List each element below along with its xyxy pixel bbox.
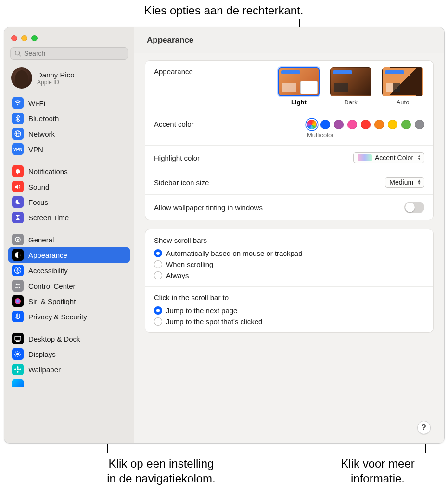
appearance-option-label: Auto <box>397 99 410 106</box>
sidebar-item-label: Wi-Fi <box>28 99 45 107</box>
svg-point-28 <box>17 368 19 370</box>
scrollbars-option-label: Always <box>166 271 189 279</box>
svg-point-8 <box>17 239 19 241</box>
accent-swatch-2[interactable] <box>334 120 344 129</box>
appearance-option-label: Dark <box>344 99 357 106</box>
radio-icon <box>154 249 162 257</box>
iconsize-popup[interactable]: Medium ▲▼ <box>385 177 424 188</box>
appearance-thumb-dark <box>330 67 371 96</box>
callout-bottom-left: Klik op een instelling in de navigatieko… <box>94 456 229 486</box>
sidebar-item-label: Desktop & Dock <box>28 335 80 343</box>
svg-point-2 <box>17 104 19 106</box>
svg-line-26 <box>15 356 16 357</box>
apple-id-row[interactable]: Danny Rico Apple ID <box>4 64 134 95</box>
sidebar-item-appearance[interactable]: Appearance <box>8 247 130 263</box>
svg-line-24 <box>15 352 16 353</box>
accent-swatch-7[interactable] <box>401 120 411 129</box>
tinting-toggle[interactable] <box>404 202 424 213</box>
svg-line-25 <box>20 356 21 357</box>
bluetooth-icon <box>12 113 24 124</box>
accent-swatches <box>307 120 424 129</box>
sidebar-item-notifications[interactable]: Notifications <box>8 164 130 179</box>
svg-line-1 <box>19 55 21 57</box>
highlight-label: Highlight color <box>154 154 200 162</box>
appearance-option-light[interactable]: Light <box>277 67 320 106</box>
sidebar-item-label: Bluetooth <box>28 114 59 123</box>
clickscroll-option-label: Jump to the next page <box>166 306 237 315</box>
appearance-mode-row: Appearance LightDarkAuto <box>145 61 433 113</box>
close-icon[interactable] <box>11 35 17 41</box>
accent-swatch-6[interactable] <box>388 120 397 129</box>
accent-row: Accent color Multicolor <box>145 113 433 146</box>
moon-icon <box>12 196 24 208</box>
sidebar-item-wallpaper[interactable]: Wallpaper <box>8 362 130 377</box>
accent-swatch-0[interactable] <box>307 120 317 129</box>
scrollbars-option-0[interactable]: Automatically based on mouse or trackpad <box>154 249 424 257</box>
svg-rect-17 <box>15 336 21 340</box>
gear-icon <box>12 234 24 245</box>
appearance-thumb-auto <box>382 67 423 96</box>
window-controls <box>4 31 134 46</box>
accent-label: Accent color <box>154 120 194 128</box>
sidebar-item-wi-fi[interactable]: Wi-Fi <box>8 95 130 111</box>
zoom-icon[interactable] <box>31 35 38 41</box>
accent-swatch-8[interactable] <box>415 120 424 129</box>
sidebar-item-label: Accessibility <box>28 267 68 275</box>
appearance-option-auto[interactable]: Auto <box>381 67 424 106</box>
bell-icon <box>12 165 24 177</box>
sidebar-item-desktop-dock[interactable]: Desktop & Dock <box>8 331 130 346</box>
highlight-row: Highlight color Accent Color ▲▼ <box>145 146 433 170</box>
highlight-popup[interactable]: Accent Color ▲▼ <box>353 152 424 163</box>
vpn-icon: VPN <box>12 143 24 155</box>
accent-swatch-4[interactable] <box>361 120 371 129</box>
user-name: Danny Rico <box>37 71 75 79</box>
sidebar-item-accessibility[interactable]: Accessibility <box>8 263 130 278</box>
sidebar-item-network[interactable]: Network <box>8 126 130 141</box>
radio-icon <box>154 260 162 268</box>
appearance-option-label: Light <box>291 99 307 106</box>
search-input[interactable] <box>24 50 124 57</box>
callout-bottom-right: Klik voor meer informatie. <box>318 456 438 486</box>
sidebar-item-privacy-security[interactable]: Privacy & Security <box>8 309 130 324</box>
wallpaper-icon <box>12 364 24 375</box>
sidebar-item-sound[interactable]: Sound <box>8 179 130 194</box>
appearance-option-dark[interactable]: Dark <box>329 67 372 106</box>
accent-swatch-3[interactable] <box>347 120 357 129</box>
chevron-up-down-icon: ▲▼ <box>416 154 422 162</box>
sound-icon <box>12 181 24 192</box>
settings-scroll[interactable]: Appearance LightDarkAuto Accent color Mu… <box>134 53 444 348</box>
sidebar-item-focus[interactable]: Focus <box>8 194 130 210</box>
siri-icon <box>12 295 24 307</box>
svg-point-16 <box>15 298 21 304</box>
sidebar-item-general[interactable]: General <box>8 232 130 247</box>
system-settings-window: Danny Rico Apple ID Wi-FiBluetoothNetwor… <box>4 27 445 444</box>
sidebar-item-label: Network <box>28 130 55 138</box>
accent-swatch-1[interactable] <box>320 120 330 129</box>
callout-top: Kies opties aan de rechterkant. <box>87 3 361 18</box>
sidebar-item-screen-time[interactable]: Screen Time <box>8 210 130 225</box>
sidebar-item-vpn[interactable]: VPNVPN <box>8 141 130 157</box>
dock-icon <box>12 333 24 344</box>
clickscroll-row: Click in the scroll bar to Jump to the n… <box>145 287 433 332</box>
sidebar-item-label: Focus <box>28 198 48 206</box>
scrollbars-option-2[interactable]: Always <box>154 271 424 279</box>
clickscroll-option-1[interactable]: Jump to the spot that's clicked <box>154 317 424 326</box>
sidebar-item-label: Control Center <box>28 282 76 290</box>
clickscroll-option-0[interactable]: Jump to the next page <box>154 306 424 315</box>
search-box[interactable] <box>10 47 128 60</box>
sidebar-item-siri-spotlight[interactable]: Siri & Spotlight <box>8 293 130 309</box>
network-icon <box>12 128 24 140</box>
sidebar-item-label: General <box>28 236 54 244</box>
accent-swatch-5[interactable] <box>374 120 384 129</box>
svg-point-0 <box>15 51 20 55</box>
scrollbars-option-1[interactable]: When scrolling <box>154 260 424 268</box>
sidebar-item-displays[interactable]: Displays <box>8 346 130 362</box>
sidebar-item-bluetooth[interactable]: Bluetooth <box>8 111 130 126</box>
sidebar-item-control-center[interactable]: Control Center <box>8 278 130 293</box>
content-pane: Appearance Appearance LightDarkAuto Acce… <box>134 27 444 443</box>
radio-icon <box>154 306 162 315</box>
accessibility-icon <box>12 265 24 276</box>
radio-icon <box>154 317 162 326</box>
minimize-icon[interactable] <box>21 35 27 41</box>
help-button[interactable]: ? <box>417 421 431 434</box>
